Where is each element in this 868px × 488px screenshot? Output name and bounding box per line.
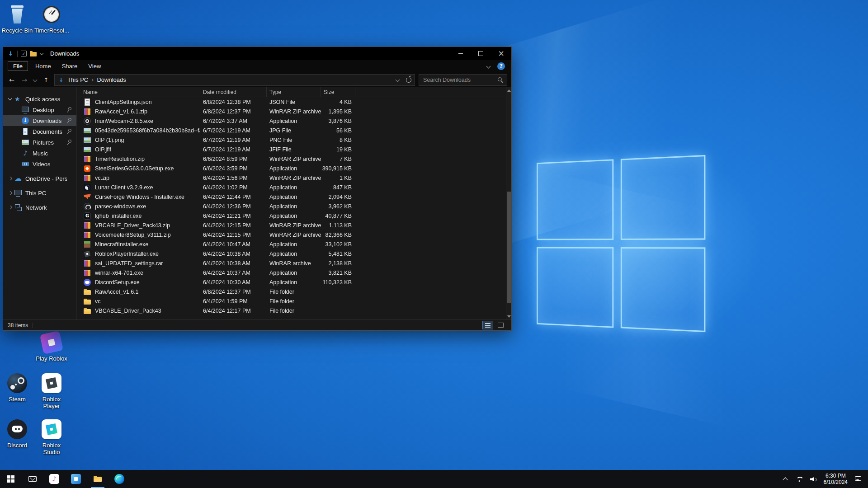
file-row[interactable]: parsec-windows.exe 6/4/2024 12:36 PM App… [77,202,506,211]
up-button[interactable]: ↑ [42,76,51,84]
desktop-icon[interactable]: Roblox Studio [34,419,69,455]
expand-chevron-icon[interactable] [14,106,21,113]
details-view-button[interactable] [482,321,493,329]
scroll-down-icon[interactable] [506,313,511,319]
scrollbar-thumb[interactable] [507,192,511,303]
desktop-icon[interactable]: Play Roblox [34,333,69,362]
sidebar-item[interactable]: Desktop [3,104,76,115]
file-row[interactable]: IriunWebcam-2.8.5.exe 6/7/2024 3:37 AM A… [77,116,506,126]
breadcrumb-downloads[interactable]: Downloads [97,76,126,83]
expand-chevron-icon[interactable] [14,117,21,124]
recent-locations-chevron-icon[interactable] [33,77,38,83]
sidebar-item[interactable]: Downloads [3,115,76,126]
refresh-icon[interactable] [406,77,411,83]
customize-toolbar-chevron-icon[interactable] [40,52,44,56]
file-row[interactable]: CurseForge Windows - Installer.exe 6/4/2… [77,192,506,202]
sidebar-item[interactable]: Network [3,202,76,213]
column-header-name[interactable]: Name [77,87,200,97]
sidebar-item-label: Desktop [33,107,67,113]
expand-chevron-icon[interactable] [7,175,14,182]
sidebar-item[interactable]: Pictures [3,137,76,148]
taskbar-button[interactable] [87,470,108,488]
volume-icon[interactable] [810,475,817,483]
large-icons-view-button[interactable] [495,321,506,329]
taskbar-buttons [0,470,130,488]
taskbar-button[interactable] [108,470,130,488]
file-row[interactable]: MinecraftInstaller.exe 6/4/2024 10:47 AM… [77,239,506,249]
close-button[interactable] [491,47,511,60]
desktop-icon[interactable]: Roblox Player [34,373,69,409]
expand-chevron-icon[interactable] [14,150,21,157]
taskbar-clock[interactable]: 6:30 PM 6/10/2024 [824,473,848,485]
file-row[interactable]: vc 6/4/2024 1:59 PM File folder [77,296,506,306]
network-icon[interactable] [796,475,803,483]
column-header-size[interactable]: Size [321,87,355,97]
file-row[interactable]: sai_UPDATED_settings.rar 6/4/2024 10:38 … [77,258,506,268]
taskbar-button[interactable] [0,470,22,488]
expand-chevron-icon[interactable] [14,128,21,135]
properties-icon[interactable] [21,51,27,56]
help-icon[interactable] [497,62,505,70]
sidebar-item[interactable]: Documents [3,126,76,137]
expand-chevron-icon[interactable] [7,189,14,197]
back-button[interactable]: ← [7,76,16,84]
file-row[interactable]: vc.zip 6/4/2024 1:56 PM WinRAR ZIP archi… [77,173,506,183]
column-header-type[interactable]: Type [267,87,321,97]
column-header-date-modified[interactable]: Date modified [200,87,267,97]
expand-chevron-icon[interactable] [7,204,14,211]
tab-home[interactable]: Home [30,61,57,71]
file-row[interactable]: lghub_installer.exe 6/4/2024 12:21 PM Ap… [77,211,506,221]
pin-icon [67,118,72,123]
tab-file[interactable]: File [8,61,28,71]
file-row[interactable]: VBCABLE_Driver_Pack43 6/4/2024 12:17 PM … [77,306,506,315]
scroll-up-icon[interactable] [506,87,511,94]
taskbar-button[interactable] [22,470,43,488]
file-row[interactable]: RawAccel_v1.6.1 6/8/2024 12:37 PM File f… [77,287,506,296]
file-row[interactable]: winrar-x64-701.exe 6/4/2024 10:37 AM App… [77,268,506,277]
file-row[interactable]: Lunar Client v3.2.9.exe 6/4/2024 1:02 PM… [77,183,506,192]
search-box[interactable] [419,74,507,86]
address-bar[interactable]: This PC › Downloads [54,74,415,86]
action-center-icon[interactable] [854,475,862,483]
vertical-scrollbar[interactable] [506,87,511,319]
file-row[interactable]: VBCABLE_Driver_Pack43.zip 6/4/2024 12:15… [77,221,506,230]
taskbar-button[interactable] [65,470,87,488]
winrar-icon [83,269,91,277]
tab-share[interactable]: Share [57,61,83,71]
desktop-icon[interactable]: TimerResol... [34,5,69,34]
address-dropdown-chevron-icon[interactable] [395,77,401,83]
file-row[interactable]: 05e43de25965368f6b7a084b2b30b8ad--fa... … [77,126,506,135]
expand-chevron-icon[interactable] [14,139,21,146]
desktop-icon[interactable]: Steam [0,373,34,403]
sidebar-item[interactable]: This PC [3,188,76,198]
expand-chevron-icon[interactable] [7,95,14,103]
tab-view[interactable]: View [83,61,106,71]
sidebar-item[interactable]: OneDrive - Personal [3,173,76,184]
file-row[interactable]: RobloxPlayerInstaller.exe 6/4/2024 10:38… [77,249,506,258]
minimize-button[interactable] [450,47,471,60]
file-row[interactable]: TimerResolution.zip 6/6/2024 8:59 PM Win… [77,154,506,164]
file-row[interactable]: DiscordSetup.exe 6/4/2024 10:30 AM Appli… [77,277,506,287]
file-row[interactable]: OIP (1).png 6/7/2024 12:19 AM PNG File 8… [77,135,506,145]
file-row[interactable]: SteelSeriesGG63.0.0Setup.exe 6/6/2024 3:… [77,164,506,173]
sidebar-item[interactable]: Quick access [3,94,76,104]
file-row[interactable]: ClientAppSettings.json 6/8/2024 12:38 PM… [77,97,506,107]
desktop-icon[interactable]: Recycle Bin [0,5,34,34]
show-hidden-icons-chevron-icon[interactable] [782,475,789,483]
winrar-icon [83,221,91,230]
file-row[interactable]: OIP.jfif 6/7/2024 12:19 AM JFIF File 19 … [77,145,506,154]
expand-chevron-icon[interactable] [14,160,21,168]
maximize-button[interactable] [471,47,491,60]
forward-button[interactable]: → [20,76,29,84]
breadcrumb-this-pc[interactable]: This PC [67,76,88,83]
new-folder-icon[interactable] [30,51,37,56]
file-row[interactable]: Voicemeeter8Setup_v3111.zip 6/4/2024 12:… [77,230,506,239]
expand-ribbon-chevron-icon[interactable] [486,64,491,69]
sidebar-item[interactable]: Music [3,148,76,159]
taskbar-button[interactable] [43,470,65,488]
desktop-icon[interactable]: Discord [0,419,34,449]
file-row[interactable]: RawAccel_v1.6.1.zip 6/8/2024 12:37 PM Wi… [77,107,506,116]
sidebar-item[interactable]: Videos [3,159,76,169]
title-bar[interactable]: Downloads [3,47,511,60]
search-input[interactable] [422,76,495,84]
